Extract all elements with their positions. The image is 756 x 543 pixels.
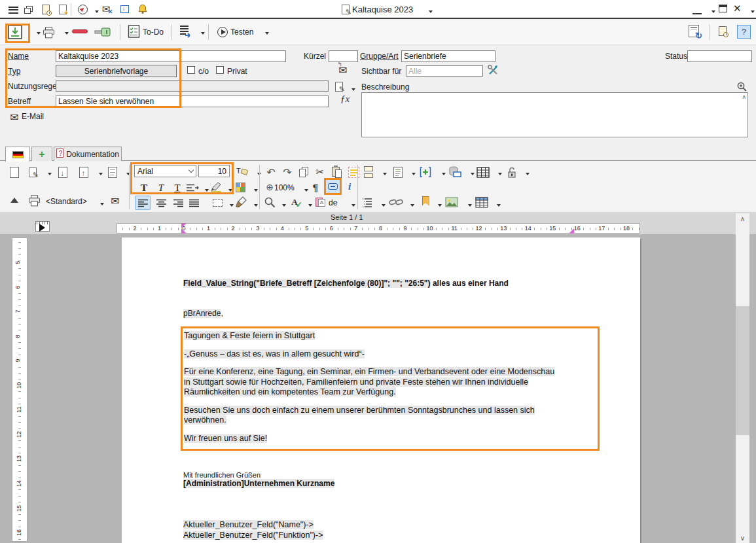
rule-edit-icon[interactable]: ✎	[333, 79, 346, 94]
underline-button[interactable]: T	[171, 181, 184, 195]
tab-stop-selector[interactable]	[35, 219, 50, 234]
collapse-panel-icon[interactable]	[10, 198, 18, 203]
zoom-value[interactable]: 100%	[274, 183, 295, 192]
help-button[interactable]: ?	[737, 25, 751, 39]
connector-icon[interactable]	[94, 25, 114, 39]
align-left-button[interactable]	[135, 196, 151, 210]
redo-icon[interactable]: ↷	[281, 165, 294, 179]
field-shaded-text[interactable]: in Stuttgart sowie für Hochzeiten, Famil…	[184, 377, 528, 387]
align-center-button[interactable]	[153, 196, 169, 210]
status-input[interactable]	[687, 50, 752, 62]
document-favorite-icon[interactable]: ★	[56, 2, 69, 16]
edit-template-dropdown[interactable]	[43, 167, 56, 181]
copy-icon[interactable]	[297, 165, 310, 179]
save-button[interactable]	[7, 25, 23, 39]
tab-german[interactable]	[5, 147, 30, 162]
send-mail-icon[interactable]: ✉	[109, 194, 122, 208]
paste-icon[interactable]	[330, 165, 343, 179]
print-button[interactable]	[42, 26, 56, 40]
bold-button[interactable]: T	[137, 181, 151, 195]
table-icon[interactable]	[477, 165, 490, 179]
pilcrow-icon[interactable]: ¶	[309, 180, 322, 194]
format-brush-icon[interactable]	[234, 195, 247, 209]
right-indent-marker[interactable]	[569, 228, 574, 234]
lock-icon[interactable]	[505, 165, 518, 179]
privat-checkbox[interactable]	[216, 66, 224, 74]
database-field-icon[interactable]	[448, 165, 462, 179]
vertical-scrollbar-thumb[interactable]	[736, 306, 749, 435]
scroll-up-button[interactable]: ∧	[736, 213, 749, 224]
minimize-dropdown[interactable]	[707, 5, 720, 19]
gruppe-input[interactable]	[401, 50, 495, 62]
outline-list-icon[interactable]	[361, 195, 374, 209]
image-icon[interactable]	[445, 195, 458, 209]
horizontal-ruler[interactable]: 210123456789101112131415161718	[117, 223, 640, 234]
field-shaded-text[interactable]: verwöhnen.	[184, 415, 226, 425]
text-block-dropdown[interactable]	[407, 167, 420, 181]
lock-dropdown[interactable]	[521, 167, 534, 181]
user-field-code[interactable]: Aktueller_Benutzer_Feld("Name")->	[183, 520, 314, 529]
vertical-ruler[interactable]: 5678910111213141516	[12, 237, 27, 542]
jump-to-icon[interactable]: ↓	[118, 2, 131, 16]
page-break-dropdown[interactable]	[378, 167, 391, 181]
align-justify-button[interactable]	[186, 196, 202, 210]
close-dropdown[interactable]	[746, 5, 756, 19]
style-tag-icon[interactable]: T	[236, 164, 249, 179]
notifications-bell-icon[interactable]	[136, 2, 149, 16]
hyperlink-dropdown[interactable]	[406, 198, 419, 213]
todo-label[interactable]: To-Do	[143, 27, 164, 37]
field-shaded-text[interactable]: Tagungen & Feste feiern in Stuttgart	[184, 331, 315, 340]
email-label[interactable]: E-Mail	[22, 112, 44, 121]
heading-line[interactable]: Field_Value_String("Briefe_Betreff [Zeic…	[183, 279, 509, 289]
document-page[interactable]: Field_Value_String("Briefe_Betreff [Zeic…	[122, 237, 640, 543]
testen-dropdown[interactable]	[261, 26, 274, 41]
outline-list-dropdown[interactable]	[377, 198, 390, 213]
paragraph-settings-icon[interactable]	[186, 181, 199, 195]
main-menu-icon[interactable]	[7, 3, 20, 17]
tab-dokumentation[interactable]: ? Dokumentation	[54, 147, 122, 161]
table-dropdown[interactable]	[494, 167, 507, 181]
select-all-icon[interactable]	[347, 165, 360, 179]
user-field-lines[interactable]: Aktueller_Benutzer_Feld("Name")->Aktuell…	[183, 520, 323, 540]
field-shaded-text[interactable]: Für eine Konferenz, eine Tagung, ein Sem…	[184, 367, 554, 376]
printer-profile-value[interactable]: <Standard>	[46, 197, 87, 206]
page-settings-dropdown[interactable]	[122, 167, 135, 181]
image-dropdown[interactable]	[463, 198, 477, 213]
edit-template-icon[interactable]: ✎	[26, 165, 39, 179]
left-indent-marker[interactable]	[181, 228, 187, 234]
close-button[interactable]: ✕	[733, 3, 742, 14]
minimize-button[interactable]	[693, 1, 702, 14]
co-checkbox[interactable]	[187, 66, 195, 74]
paragraph[interactable]: Wir freuen uns auf Sie!	[184, 434, 598, 444]
beschreibung-textarea[interactable]: ∧	[361, 92, 748, 137]
border-select-icon[interactable]	[211, 196, 224, 210]
fx-function-icon[interactable]: ƒx	[340, 94, 350, 105]
title-dropdown[interactable]	[424, 5, 437, 19]
window-copy-icon[interactable]	[22, 3, 35, 17]
betreff-input[interactable]	[56, 96, 329, 107]
testen-label[interactable]: Testen	[230, 27, 253, 37]
printer-profile-dropdown[interactable]	[96, 197, 109, 211]
page-settings-icon[interactable]	[106, 165, 119, 179]
scroll-down-button[interactable]: ∨	[736, 533, 749, 543]
salutation-line[interactable]: pBrAnrede,	[183, 309, 223, 319]
company-line[interactable]: [Administration]Unternehmen Kurzname	[183, 479, 334, 489]
color-grid-dropdown[interactable]	[249, 183, 262, 198]
color-grid-icon[interactable]	[234, 180, 247, 194]
new-document-icon[interactable]	[8, 165, 21, 179]
language-dropdown[interactable]	[347, 198, 360, 213]
recent-document-icon[interactable]	[716, 24, 729, 38]
cut-icon[interactable]: ✂	[314, 165, 327, 179]
export-dropdown[interactable]	[94, 167, 107, 181]
salutation-rest[interactable]: ,	[221, 309, 223, 318]
paragraph[interactable]: Besuchen Sie uns doch einfach zu einem u…	[184, 406, 598, 426]
new-document-clock-icon[interactable]	[39, 2, 52, 16]
paragraph[interactable]: Für eine Konferenz, eine Tagung, ein Sem…	[184, 367, 598, 398]
mail-dispatch-icon[interactable]: ✉✕	[99, 2, 113, 16]
paragraph[interactable]: Tagungen & Feste feiern in Stuttgart	[184, 331, 598, 342]
language-value[interactable]: de	[329, 198, 337, 207]
align-right-button[interactable]	[170, 196, 186, 210]
name-input[interactable]	[56, 50, 286, 62]
format-brush-dropdown[interactable]	[249, 198, 262, 213]
remove-line-icon[interactable]	[72, 29, 88, 33]
